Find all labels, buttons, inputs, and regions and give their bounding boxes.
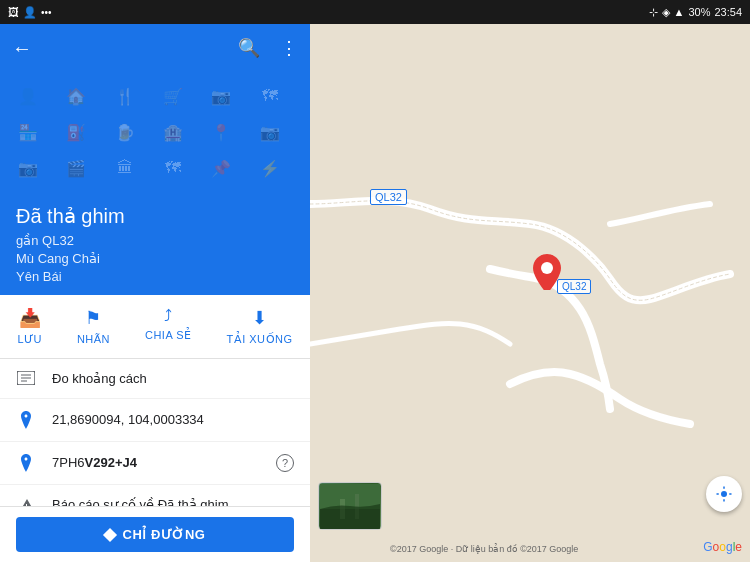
search-icon[interactable]: 🔍 [238, 37, 260, 59]
street-view-thumbnail[interactable] [318, 482, 382, 530]
time-display: 23:54 [714, 6, 742, 18]
grid-icon-6: 🗺 [254, 80, 286, 112]
grid-icon-7: 🏪 [12, 116, 44, 148]
status-bar-right: ⊹ ◈ ▲ 30% 23:54 [649, 6, 742, 19]
copyright-text: ©2017 Google · Dữ liệu bản đồ ©2017 Goog… [390, 544, 578, 554]
share-icon: ⤴ [164, 307, 172, 325]
main-content: ← 🔍 ⋮ 👤 🏠 🍴 🛒 📷 🗺 🏪 ⛽ 🍺 🏨 📍 📷 📷 🎬 🏛 🗺 [0, 24, 750, 562]
distance-item[interactable]: Đo khoảng cách [0, 359, 310, 399]
directions-label: CHỈ ĐƯỜNG [123, 527, 206, 542]
grid-icon-4: 🛒 [157, 80, 189, 112]
signal-icon: ▲ [674, 6, 685, 18]
back-icon[interactable]: ← [12, 37, 32, 60]
status-bar-left: 🖼 👤 ••• [8, 6, 52, 19]
my-location-button[interactable] [706, 476, 742, 512]
share-label: CHIA SẺ [145, 329, 192, 342]
plus-code-prefix: 7PH6 [52, 455, 85, 470]
distance-icon [16, 371, 36, 385]
more-icon: ••• [41, 7, 52, 18]
grid-icon-15: 🏛 [109, 152, 141, 184]
plus-code-bold: V292+J4 [85, 455, 137, 470]
grid-icon-8: ⛽ [60, 116, 92, 148]
grid-icon-1: 👤 [12, 80, 44, 112]
download-icon: ⬇ [252, 307, 267, 329]
download-action-button[interactable]: ⬇ TẢI XUỐNG [218, 303, 300, 350]
location-title: Đã thả ghim [16, 204, 294, 228]
grid-icon-13: 📷 [12, 152, 44, 184]
bluetooth-icon: ⊹ [649, 6, 658, 19]
svg-point-10 [721, 491, 727, 497]
directions-diamond-icon [103, 527, 117, 541]
plus-code-item[interactable]: 7PH6V292+J4 ? [0, 442, 310, 485]
save-icon: 📥 [19, 307, 41, 329]
info-list: Đo khoảng cách 21,8690094, 104,0003334 [0, 359, 310, 506]
location-subtitle: gần QL32 Mù Cang Chải Yên Bái [16, 232, 294, 287]
action-buttons-row: 📥 LƯU ⚑ NHÃN ⤴ CHIA SẺ ⬇ TẢI XUỐNG [0, 295, 310, 359]
subtitle-line1: gần QL32 [16, 233, 74, 248]
download-label: TẢI XUỐNG [226, 333, 292, 346]
label-label: NHÃN [77, 333, 110, 345]
plus-code-icon [16, 454, 36, 472]
map-area[interactable]: QL32 QL32 ©2017 Google · Dữ liệu [310, 24, 750, 562]
save-label: LƯU [17, 333, 42, 346]
label-action-button[interactable]: ⚑ NHÃN [69, 303, 118, 350]
grid-icon-11: 📍 [205, 116, 237, 148]
grid-icon-3: 🍴 [109, 80, 141, 112]
grid-icon-14: 🎬 [60, 152, 92, 184]
coordinates-icon [16, 411, 36, 429]
ql32-road-label: QL32 [370, 189, 407, 205]
coordinates-item[interactable]: 21,8690094, 104,0003334 [0, 399, 310, 442]
coordinates-text: 21,8690094, 104,0003334 [52, 412, 294, 427]
header-icons: 🔍 ⋮ [238, 37, 298, 59]
grid-icon-10: 🏨 [157, 116, 189, 148]
svg-point-5 [541, 262, 553, 274]
ql32-pin-label: QL32 [557, 279, 591, 294]
grid-icon-18: ⚡ [254, 152, 286, 184]
distance-text: Đo khoảng cách [52, 371, 294, 386]
status-bar: 🖼 👤 ••• ⊹ ◈ ▲ 30% 23:54 [0, 0, 750, 24]
grid-icon-2: 🏠 [60, 80, 92, 112]
google-watermark: Google [703, 540, 742, 554]
subtitle-line3: Yên Bái [16, 269, 62, 284]
report-icon [16, 497, 36, 506]
left-panel: ← 🔍 ⋮ 👤 🏠 🍴 🛒 📷 🗺 🏪 ⛽ 🍺 🏨 📍 📷 📷 🎬 🏛 🗺 [0, 24, 310, 562]
panel-header: ← 🔍 ⋮ [0, 24, 310, 72]
icon-grid-background: 👤 🏠 🍴 🛒 📷 🗺 🏪 ⛽ 🍺 🏨 📍 📷 📷 🎬 🏛 🗺 📌 ⚡ [0, 72, 310, 192]
directions-btn-container: CHỈ ĐƯỜNG [0, 506, 310, 562]
location-info: Đã thả ghim gần QL32 Mù Cang Chải Yên Bá… [0, 192, 310, 295]
directions-button[interactable]: CHỈ ĐƯỜNG [16, 517, 294, 552]
save-action-button[interactable]: 📥 LƯU [9, 303, 50, 350]
subtitle-line2: Mù Cang Chải [16, 251, 100, 266]
grid-icon-9: 🍺 [109, 116, 141, 148]
person-icon: 👤 [23, 6, 37, 19]
more-options-icon[interactable]: ⋮ [280, 37, 298, 59]
grid-icon-5: 📷 [205, 80, 237, 112]
grid-icon-12: 📷 [254, 116, 286, 148]
plus-code-text: 7PH6V292+J4 [52, 455, 137, 470]
label-icon: ⚑ [85, 307, 101, 329]
battery-text: 30% [688, 6, 710, 18]
grid-icon-16: 🗺 [157, 152, 189, 184]
report-text: Báo cáo sự cố về Đã thả ghim [52, 497, 294, 506]
map-copyright: ©2017 Google · Dữ liệu bản đồ ©2017 Goog… [390, 544, 578, 554]
grid-icon-17: 📌 [205, 152, 237, 184]
help-icon[interactable]: ? [276, 454, 294, 472]
share-action-button[interactable]: ⤴ CHIA SẺ [137, 303, 200, 350]
notification-icon: 🖼 [8, 6, 19, 18]
wifi-icon: ◈ [662, 6, 670, 19]
report-item[interactable]: Báo cáo sự cố về Đã thả ghim [0, 485, 310, 506]
